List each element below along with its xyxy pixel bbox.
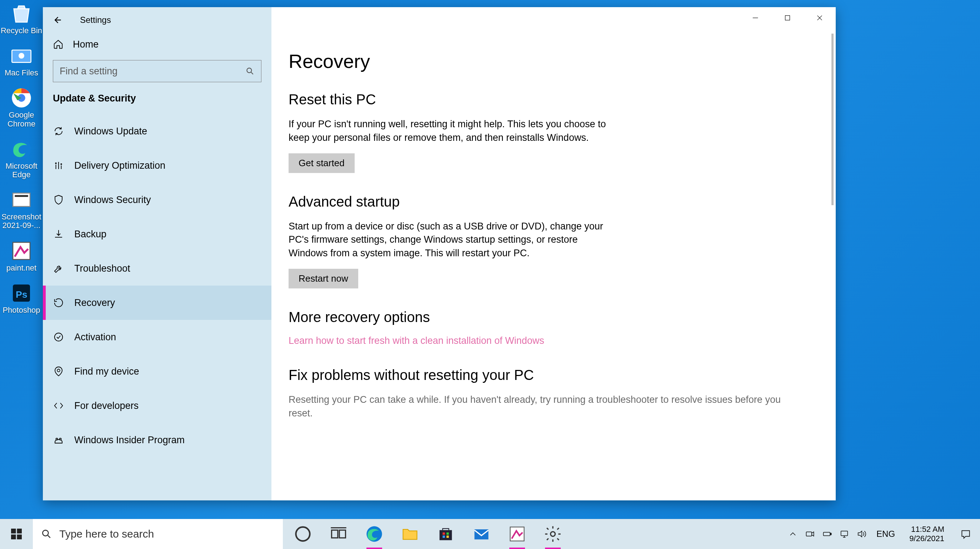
section-reset-pc: Reset this PC If your PC isn't running w… (289, 91, 819, 173)
desktop-icon-mac-files[interactable]: Mac Files (0, 44, 43, 77)
svg-point-12 (61, 164, 62, 165)
shield-icon (53, 194, 64, 206)
nav-find-my-device[interactable]: Find my device (43, 354, 271, 388)
page-body: Recovery Reset this PC If your PC isn't … (271, 7, 836, 500)
maximize-icon (784, 14, 791, 22)
code-icon (53, 400, 64, 412)
nav-home[interactable]: Home (43, 33, 271, 56)
svg-rect-35 (807, 532, 812, 536)
desktop-icon-paintnet[interactable]: paint.net (0, 239, 43, 272)
nav-item-label: Backup (74, 229, 107, 240)
sync-icon (53, 126, 64, 137)
learn-fresh-install-link[interactable]: Learn how to start fresh with a clean in… (289, 335, 544, 346)
tray-network[interactable] (839, 529, 849, 539)
nav-item-label: Delivery Optimization (74, 160, 165, 171)
taskbar-pinned (283, 519, 562, 549)
task-view-button[interactable] (329, 525, 348, 543)
tray-battery[interactable] (822, 529, 832, 539)
svg-rect-28 (442, 533, 445, 535)
insider-icon (53, 434, 64, 446)
image-file-icon (10, 188, 33, 211)
settings-search-input[interactable] (60, 66, 245, 77)
close-button[interactable] (803, 7, 836, 29)
paintnet-icon (508, 525, 527, 543)
taskbar-edge[interactable] (365, 525, 383, 543)
nav-item-label: Activation (74, 332, 116, 343)
section-advanced-startup: Advanced startup Start up from a device … (289, 194, 819, 289)
nav-windows-update[interactable]: Windows Update (43, 114, 271, 148)
page-title: Recovery (289, 50, 819, 72)
section-more-recovery: More recovery options Learn how to start… (289, 309, 819, 346)
svg-point-10 (247, 68, 251, 73)
svg-rect-38 (841, 531, 848, 536)
desktop-icon-screenshot[interactable]: Screenshot 2021-09-... (0, 188, 43, 230)
section-body: Start up from a device or disc (such as … (289, 220, 610, 260)
section-heading: More recovery options (289, 309, 819, 325)
desktop-icon-label: Mac Files (5, 69, 38, 77)
check-circle-icon (53, 331, 64, 343)
nav-activation[interactable]: Activation (43, 320, 271, 354)
nav-item-label: Windows Insider Program (74, 435, 185, 446)
svg-rect-29 (446, 533, 449, 535)
chrome-icon (10, 86, 33, 109)
desktop-icon-label: Microsoft Edge (0, 162, 43, 179)
nav-delivery-optimization[interactable]: Delivery Optimization (43, 148, 271, 183)
desktop-icon-label: Recycle Bin (1, 26, 42, 35)
nav-windows-security[interactable]: Windows Security (43, 183, 271, 217)
nav-item-label: Troubleshoot (74, 263, 130, 274)
task-view-icon (329, 525, 348, 543)
close-icon (816, 14, 824, 22)
desktop-icon-chrome[interactable]: Google Chrome (0, 86, 43, 128)
taskbar-store[interactable] (436, 525, 455, 543)
app-title: Settings (80, 15, 111, 25)
minimize-icon (751, 14, 759, 22)
nav-for-developers[interactable]: For developers (43, 388, 271, 423)
notification-icon (960, 528, 971, 540)
taskbar-search[interactable]: Type here to search (33, 519, 283, 549)
taskbar-settings[interactable] (544, 525, 562, 543)
nav-item-label: Recovery (74, 297, 115, 308)
nav-backup[interactable]: Backup (43, 217, 271, 251)
get-started-button[interactable]: Get started (289, 153, 355, 173)
tray-language[interactable]: ENG (873, 529, 898, 539)
tray-expand[interactable] (788, 529, 798, 539)
desktop-icon-label: Photoshop (3, 306, 40, 314)
nav-windows-insider[interactable]: Windows Insider Program (43, 423, 271, 457)
svg-rect-25 (339, 530, 345, 538)
settings-search[interactable] (53, 60, 261, 82)
settings-sidebar: Settings Home Update & Security Windows … (43, 7, 271, 500)
taskbar-explorer[interactable] (401, 525, 419, 543)
category-header: Update & Security (43, 89, 271, 114)
desktop-icon-edge[interactable]: Microsoft Edge (0, 137, 43, 179)
windows-logo-icon (10, 528, 23, 540)
tray-meet-now[interactable] (805, 529, 815, 539)
nav-item-label: Windows Update (74, 126, 147, 137)
tray-clock[interactable]: 11:52 AM 9/26/2021 (905, 525, 948, 544)
back-button[interactable] (50, 13, 64, 27)
desktop-icon-photoshop[interactable]: Ps Photoshop (0, 282, 43, 314)
start-button[interactable] (0, 519, 33, 549)
svg-rect-24 (332, 530, 338, 538)
desktop-icons: Recycle Bin Mac Files Google Chrome Micr… (0, 0, 43, 314)
delivery-icon (53, 160, 64, 171)
section-heading: Advanced startup (289, 194, 819, 210)
wrench-icon (53, 263, 64, 274)
nav-troubleshoot[interactable]: Troubleshoot (43, 251, 271, 286)
svg-point-1 (19, 53, 24, 59)
tray-volume[interactable] (856, 529, 866, 539)
taskbar-mail[interactable] (472, 525, 491, 543)
taskbar-paintnet[interactable] (508, 525, 527, 543)
scrollbar[interactable] (831, 34, 834, 205)
desktop-icon-recycle-bin[interactable]: Recycle Bin (0, 2, 43, 35)
restart-now-button[interactable]: Restart now (289, 269, 358, 289)
minimize-button[interactable] (739, 7, 772, 29)
desktop-icon-label: Screenshot 2021-09-... (0, 213, 43, 230)
nav-item-label: Find my device (74, 366, 139, 377)
window-controls (739, 7, 836, 29)
cortana-button[interactable] (294, 525, 312, 543)
action-center-button[interactable] (956, 528, 976, 540)
nav-recovery[interactable]: Recovery (43, 286, 271, 320)
taskbar: Type here to search ENG 11:52 AM 9/26/20… (0, 519, 980, 549)
maximize-button[interactable] (772, 7, 803, 29)
section-body: If your PC isn't running well, resetting… (289, 118, 610, 145)
